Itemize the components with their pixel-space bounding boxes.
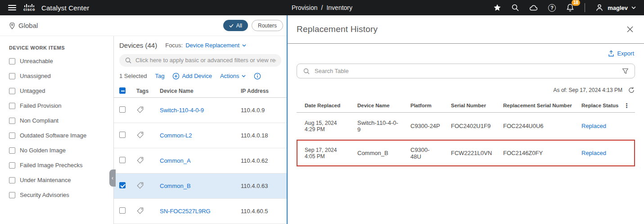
date-replaced: Aug 15, 2024 4:29 PM <box>297 120 349 133</box>
refresh-icon[interactable] <box>628 87 635 94</box>
plus-circle-icon <box>172 73 180 80</box>
site-selector[interactable]: Global <box>9 22 38 29</box>
work-item-checkbox[interactable] <box>9 118 15 124</box>
work-item-filter[interactable]: Security Advisories <box>9 192 104 198</box>
info-icon[interactable] <box>254 73 261 80</box>
favorites-star-icon[interactable] <box>493 4 501 12</box>
work-item-filter[interactable]: No Golden Image <box>9 147 104 154</box>
row-checkbox[interactable] <box>119 106 126 113</box>
column-serial-number: Serial Number <box>443 103 495 108</box>
table-search-bar[interactable] <box>297 64 635 78</box>
device-name-link[interactable]: Common-L2 <box>155 132 236 139</box>
device-ip: 110.4.0.62 <box>236 157 287 164</box>
breadcrumb-provision[interactable]: Provision <box>292 4 318 11</box>
add-device-button[interactable]: Add Device <box>172 73 212 80</box>
breadcrumb-inventory[interactable]: Inventory <box>326 4 352 11</box>
user-menu[interactable]: maglev <box>595 3 636 12</box>
devices-filter-input[interactable] <box>135 57 276 64</box>
toggle-routers-pill[interactable]: Routers <box>252 20 283 31</box>
work-item-filter[interactable]: Outdated Software Image <box>9 132 104 139</box>
menu-icon[interactable] <box>8 5 16 10</box>
date-replaced: Sep 17, 2024 4:05 PM <box>297 147 349 160</box>
add-device-label: Add Device <box>182 73 212 79</box>
work-item-checkbox[interactable] <box>9 133 15 139</box>
work-item-filter[interactable]: Unreachable <box>9 58 104 64</box>
actions-dropdown[interactable]: Actions <box>220 73 246 79</box>
device-row[interactable]: Common_A 110.4.0.62 <box>114 148 287 174</box>
select-all-checkbox[interactable] <box>119 87 126 94</box>
device-row[interactable]: Common-L2 110.4.0.18 <box>114 123 287 148</box>
work-item-checkbox[interactable] <box>9 147 15 154</box>
check-icon <box>229 24 234 27</box>
export-button[interactable]: Export <box>608 50 634 57</box>
toggle-all-pill[interactable]: All <box>223 20 248 31</box>
device-row[interactable]: Switch-110-4-0-9 110.4.0.9 <box>114 98 287 123</box>
column-platform: Platform <box>402 103 443 108</box>
search-icon <box>125 57 132 64</box>
device-row[interactable]: SN-FOC2527L9RG 110.4.60.5 <box>114 199 287 224</box>
history-row: Sep 17, 2024 4:05 PM Common_B C9300-48U … <box>297 140 635 167</box>
cloud-icon[interactable] <box>529 5 538 11</box>
work-item-checkbox[interactable] <box>9 177 15 183</box>
devices-header: Devices (44) Focus: Device Replacement <box>114 36 287 49</box>
device-work-items-sidebar: DEVICE WORK ITEMS Unreachable Unassigned… <box>0 36 114 224</box>
work-item-checkbox[interactable] <box>9 192 15 198</box>
replace-status-link[interactable]: Replaced <box>573 150 618 156</box>
table-search-input[interactable] <box>315 68 617 74</box>
chevron-down-icon <box>242 44 246 47</box>
device-name-link[interactable]: Switch-110-4-0-9 <box>155 107 236 114</box>
history-table-header: Date Replaced Device Name Platform Seria… <box>297 98 635 113</box>
devices-toolbar: 1 Selected Tag Add Device Actions <box>114 73 287 80</box>
work-item-filter[interactable]: Unassigned <box>9 73 104 79</box>
row-checkbox[interactable] <box>119 132 126 138</box>
device-ip: 110.4.60.5 <box>236 208 287 215</box>
work-item-checkbox[interactable] <box>9 58 15 64</box>
row-checkbox[interactable] <box>119 207 126 214</box>
app-title: Catalyst Center <box>41 4 89 12</box>
site-filter-bar: Global All Routers <box>0 15 287 36</box>
tag-icon <box>136 156 144 164</box>
work-item-filter[interactable]: Under Maintenance <box>9 177 104 183</box>
chevron-down-icon <box>631 6 636 9</box>
filter-funnel-icon[interactable] <box>622 68 629 74</box>
work-item-checkbox[interactable] <box>9 103 15 109</box>
device-name-link[interactable]: Common_B <box>155 183 236 189</box>
work-item-filter[interactable]: Untagged <box>9 87 104 94</box>
as-of-timestamp: As of: Sep 17, 2024 4:13 PM <box>554 87 622 93</box>
work-item-label: Failed Image Prechecks <box>20 162 82 169</box>
sidebar-collapse-handle[interactable]: ‹ <box>109 169 116 187</box>
device-name: Switch-110-4-0-9 <box>349 119 402 133</box>
row-checkbox[interactable] <box>119 157 126 163</box>
search-icon[interactable] <box>511 4 519 12</box>
devices-filter-bar[interactable] <box>119 54 281 67</box>
main-content: Global All Routers DEVICE WORK ITEMS <box>0 15 644 224</box>
kebab-menu-icon[interactable]: ⋮ <box>618 102 635 109</box>
help-icon[interactable]: ? <box>548 4 556 12</box>
work-item-checkbox[interactable] <box>9 88 15 94</box>
work-item-checkbox[interactable] <box>9 162 15 169</box>
history-row: Aug 15, 2024 4:29 PM Switch-110-4-0-9 C9… <box>297 113 635 140</box>
column-device-name: Device Name <box>349 103 402 108</box>
work-item-label: Non Compliant <box>20 117 59 124</box>
work-items-list: Unreachable Unassigned Untagged Failed P… <box>9 58 104 198</box>
device-row[interactable]: Common_B 110.4.0.63 <box>114 174 287 199</box>
work-item-checkbox[interactable] <box>9 73 15 79</box>
replace-status-link[interactable]: Replaced <box>573 123 618 129</box>
history-table-body: Aug 15, 2024 4:29 PM Switch-110-4-0-9 C9… <box>297 113 635 167</box>
tag-action-button[interactable]: Tag <box>155 73 164 79</box>
drawer-header: Replacement History <box>288 15 644 44</box>
device-name-link[interactable]: Common_A <box>155 157 236 164</box>
notifications-bell-icon[interactable]: 18 <box>566 3 575 12</box>
close-icon[interactable] <box>625 24 635 34</box>
panel-title: Replacement History <box>297 24 625 34</box>
device-ip: 110.4.0.9 <box>236 107 287 114</box>
work-item-filter[interactable]: Failed Image Prechecks <box>9 162 104 169</box>
row-checkbox[interactable] <box>119 182 126 188</box>
work-item-filter[interactable]: Non Compliant <box>9 117 104 124</box>
replacement-serial-number: FOC2146Z0FY <box>495 150 573 156</box>
work-item-filter[interactable]: Failed Provision <box>9 102 104 109</box>
device-name-link[interactable]: SN-FOC2527L9RG <box>155 208 236 215</box>
selected-count: 1 Selected <box>119 73 147 79</box>
replacement-history-table: Date Replaced Device Name Platform Seria… <box>297 98 635 167</box>
focus-dropdown[interactable]: Device Replacement <box>185 42 239 49</box>
